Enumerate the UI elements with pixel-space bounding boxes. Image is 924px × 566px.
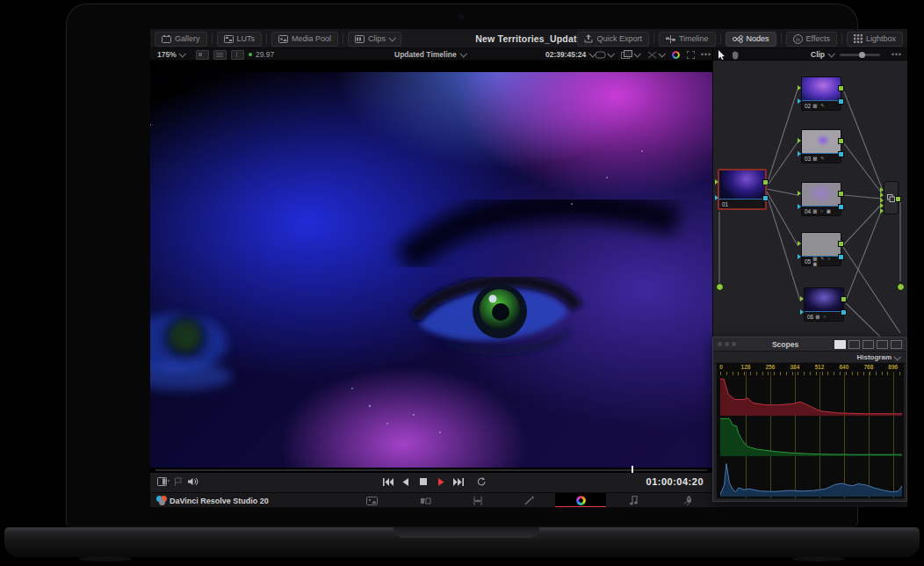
chevron-down-icon	[459, 50, 466, 57]
node-thumbnail	[802, 77, 841, 101]
histogram-green-channel	[720, 417, 902, 456]
rgb-output[interactable]	[838, 191, 844, 197]
node-zoom-slider[interactable]	[840, 54, 880, 56]
rgb-input[interactable]	[798, 138, 801, 143]
slider-thumb[interactable]	[859, 52, 865, 58]
histogram-tick-label: 640	[839, 364, 848, 370]
rgb-output[interactable]	[895, 196, 901, 202]
layout-grid-icon[interactable]	[891, 340, 902, 349]
corrector-node-01[interactable]: 01	[718, 169, 767, 210]
viewer-mode-icon[interactable]	[157, 477, 170, 486]
media-page-icon	[366, 497, 378, 505]
effects-button[interactable]: fx Effects	[786, 32, 837, 47]
rgb-input[interactable]	[798, 191, 801, 196]
layout-single-icon[interactable]	[834, 340, 846, 349]
nodes-label: Nodes	[747, 34, 769, 43]
key-input[interactable]	[798, 98, 801, 104]
rgb-output[interactable]	[838, 241, 844, 247]
loop-button[interactable]	[473, 475, 489, 489]
timeline-selector[interactable]: Updated Timeline	[394, 50, 457, 59]
play-button[interactable]	[433, 475, 449, 489]
transport-bar: 01:00:04:20	[150, 473, 712, 492]
rgb-input[interactable]	[800, 296, 804, 301]
layout-quad-icon[interactable]	[863, 340, 874, 349]
key-output[interactable]	[838, 204, 844, 210]
histogram-tick-labels: 0128256384512640768896	[717, 364, 906, 371]
corrector-node-06[interactable]: 06▦ ○	[804, 287, 844, 322]
source-input-node[interactable]	[716, 283, 724, 291]
page-media[interactable]	[346, 493, 397, 507]
gallery-button[interactable]: Gallery	[155, 32, 207, 47]
hand-tool-icon[interactable]	[731, 50, 740, 60]
clips-button[interactable]: Clips	[348, 32, 401, 47]
scope-mode-select[interactable]: Histogram	[856, 353, 892, 361]
page-color[interactable]	[555, 493, 606, 507]
quick-export-button[interactable]: Quick Export	[577, 32, 649, 47]
page-deliver[interactable]	[661, 493, 712, 507]
lightbox-button[interactable]: Lightbox	[847, 32, 903, 47]
viewer-scrub-bar[interactable]	[155, 469, 707, 471]
grid-viewer-icon[interactable]	[213, 50, 227, 60]
scopes-titlebar[interactable]: Scopes	[713, 337, 906, 352]
key-input[interactable]	[798, 204, 801, 209]
split-viewer-icon[interactable]	[231, 50, 244, 60]
key-input[interactable]	[798, 254, 801, 259]
page-fusion[interactable]	[504, 493, 555, 507]
single-viewer-icon[interactable]	[196, 50, 209, 60]
highlight-mode-icon[interactable]	[647, 51, 657, 59]
luts-button[interactable]: LUTs	[217, 32, 263, 47]
expand-viewer-icon[interactable]	[687, 51, 695, 59]
chevron-down-icon	[607, 50, 614, 57]
zoom-level-select[interactable]: 175%	[157, 50, 177, 59]
pointer-tool-icon[interactable]	[718, 50, 725, 60]
mask-mode-icon[interactable]	[595, 51, 606, 59]
page-cut[interactable]	[400, 493, 451, 507]
window-close-icon[interactable]	[718, 342, 722, 346]
histogram-blue-channel	[720, 458, 902, 497]
corrector-node-05[interactable]: 05▦ ✎ ○ ▣	[801, 232, 841, 266]
page-fairlight[interactable]	[608, 493, 659, 507]
viewer-more-button[interactable]: •••	[701, 50, 711, 59]
page-edit[interactable]	[452, 493, 503, 507]
go-to-start-button[interactable]	[380, 475, 396, 489]
key-output[interactable]	[838, 151, 844, 157]
key-output[interactable]	[838, 254, 844, 260]
key-output[interactable]	[762, 195, 769, 201]
layout-two-up-icon[interactable]	[848, 340, 860, 349]
go-to-end-button[interactable]	[451, 475, 466, 489]
rgb-output[interactable]	[841, 296, 847, 302]
rgb-output[interactable]	[838, 85, 844, 91]
layout-stack-icon[interactable]	[877, 340, 888, 349]
color-wheel-icon[interactable]	[672, 51, 680, 59]
node-tree-output[interactable]	[897, 283, 905, 291]
audio-mute-icon[interactable]	[188, 477, 199, 486]
corrector-node-02[interactable]: 02▦ ✎	[801, 76, 841, 111]
corrector-node-03[interactable]: 03▦ ✎	[801, 129, 841, 163]
nodes-button[interactable]: Nodes	[725, 32, 776, 47]
node-panel-more-button[interactable]: •••	[892, 50, 902, 59]
play-reverse-button[interactable]	[398, 475, 414, 489]
flag-icon[interactable]	[174, 477, 184, 486]
key-output[interactable]	[841, 309, 847, 316]
key-output[interactable]	[838, 98, 844, 105]
image-wipe-icon[interactable]	[621, 50, 632, 59]
node-view-mode[interactable]: Clip	[811, 50, 825, 59]
rgb-output[interactable]	[762, 179, 769, 185]
window-zoom-icon[interactable]	[732, 342, 736, 346]
stop-button[interactable]	[415, 475, 431, 489]
corrector-node-04[interactable]: 04▦ ○ ▣	[801, 182, 841, 216]
key-input[interactable]	[800, 309, 804, 315]
rgb-input[interactable]	[798, 85, 801, 91]
timeline-button[interactable]: Timeline	[659, 32, 716, 47]
rgb-output[interactable]	[838, 138, 844, 144]
key-input[interactable]	[798, 151, 801, 156]
rgb-input[interactable]	[715, 179, 718, 185]
window-minimize-icon[interactable]	[725, 342, 729, 346]
timeline-icon	[666, 35, 675, 43]
media-pool-button[interactable]: Media Pool	[271, 32, 338, 47]
viewer-timecode[interactable]: 02:39:45:24	[545, 50, 586, 59]
key-input[interactable]	[715, 195, 718, 200]
node-thumbnail	[719, 171, 765, 200]
layer-mixer-node[interactable]	[884, 181, 899, 214]
rgb-input[interactable]	[798, 241, 801, 246]
